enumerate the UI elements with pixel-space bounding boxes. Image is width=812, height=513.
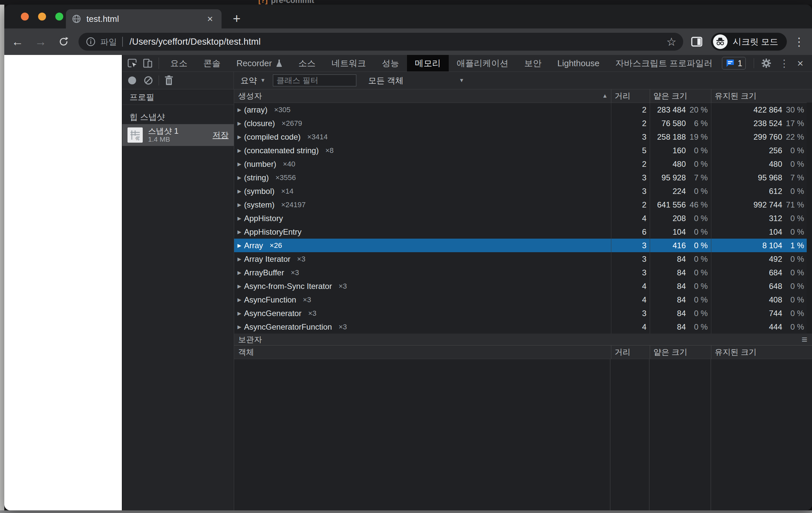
constructor-cell[interactable]: ▶Async-from-Sync Iterator×3 xyxy=(234,279,611,293)
expand-arrow-icon[interactable]: ▶ xyxy=(237,148,244,154)
constructor-row[interactable]: ▶AsyncGenerator×33840 %7440 % xyxy=(234,306,812,320)
devtools-tab-9[interactable]: Lighthouse xyxy=(549,55,607,71)
column-header-distance[interactable]: 거리 xyxy=(611,89,650,102)
devtools-tab-6[interactable]: 메모리 xyxy=(407,55,449,71)
expand-arrow-icon[interactable]: ▶ xyxy=(237,243,244,248)
constructor-cell[interactable]: ▶AppHistory xyxy=(234,211,611,225)
tab-close-icon[interactable]: × xyxy=(204,13,215,25)
constructor-row[interactable]: ▶(closure)×2679276 5806 %238 52417 % xyxy=(234,117,812,130)
constructor-row[interactable]: ▶AppHistory42080 %3120 % xyxy=(234,211,812,225)
expand-arrow-icon[interactable]: ▶ xyxy=(237,215,244,221)
constructor-cell[interactable]: ▶ArrayBuffer×3 xyxy=(234,266,611,279)
devtools-tab-1[interactable]: 콘솔 xyxy=(195,55,229,71)
constructor-row[interactable]: ▶(compiled code)×34143258 18819 %299 760… xyxy=(234,130,812,144)
constructor-cell[interactable]: ▶(string)×3556 xyxy=(234,171,611,184)
constructor-cell[interactable]: ▶(compiled code)×3414 xyxy=(234,130,611,144)
expand-arrow-icon[interactable]: ▶ xyxy=(237,310,244,316)
expand-arrow-icon[interactable]: ▶ xyxy=(237,202,244,208)
back-button[interactable]: ← xyxy=(11,36,24,48)
constructor-row[interactable]: ▶(array)×3052283 48420 %422 86430 % xyxy=(234,103,812,117)
expand-arrow-icon[interactable]: ▶ xyxy=(237,270,244,276)
settings-gear-icon[interactable] xyxy=(761,58,771,68)
info-icon[interactable] xyxy=(86,37,96,47)
constructor-row[interactable]: ▶(string)×3556395 9287 %95 9687 % xyxy=(234,171,812,184)
devtools-tab-10[interactable]: 자바스크립트 프로파일러 xyxy=(607,55,720,71)
class-filter-input[interactable] xyxy=(273,74,356,86)
grid-scrollbar[interactable] xyxy=(807,102,812,333)
column-header-shallow-size[interactable]: 얕은 크기 xyxy=(650,345,711,359)
devtools-tab-0[interactable]: 요소 xyxy=(162,55,195,71)
expand-arrow-icon[interactable]: ▶ xyxy=(237,324,244,330)
expand-arrow-icon[interactable]: ▶ xyxy=(237,229,244,235)
expand-arrow-icon[interactable]: ▶ xyxy=(237,107,244,113)
constructor-row[interactable]: ▶(system)×241972641 55646 %992 74471 % xyxy=(234,198,812,211)
constructor-row[interactable]: ▶AsyncFunction×34840 %4080 % xyxy=(234,293,812,306)
constructor-cell[interactable]: ▶(symbol)×14 xyxy=(234,184,611,198)
delete-profile-icon[interactable] xyxy=(164,75,174,86)
reload-button[interactable] xyxy=(58,36,69,47)
constructor-cell[interactable]: ▶AsyncGeneratorFunction×3 xyxy=(234,320,611,334)
column-header-object[interactable]: 객체 xyxy=(234,345,611,359)
constructor-row[interactable]: ▶(concatenated string)×851600 %2560 % xyxy=(234,144,812,157)
constructor-cell[interactable]: ▶(closure)×2679 xyxy=(234,117,611,130)
window-close-button[interactable] xyxy=(21,12,29,21)
constructor-cell[interactable]: ▶AppHistoryEntry xyxy=(234,225,611,239)
clear-profiles-icon[interactable] xyxy=(143,76,153,85)
constructor-cell[interactable]: ▶AsyncFunction×3 xyxy=(234,293,611,306)
side-panel-icon[interactable] xyxy=(691,37,702,47)
new-tab-button[interactable]: + xyxy=(233,10,240,27)
constructor-cell[interactable]: ▶Array Iterator×3 xyxy=(234,252,611,266)
url-text[interactable]: /Users/yceffort/Desktop/test.html xyxy=(129,37,666,47)
hamburger-menu-icon[interactable]: ≡ xyxy=(802,335,807,344)
devtools-close-icon[interactable]: × xyxy=(797,57,803,69)
issues-button[interactable]: 1 xyxy=(722,57,746,69)
expand-arrow-icon[interactable]: ▶ xyxy=(237,297,244,303)
devtools-tab-4[interactable]: 네트워크 xyxy=(323,55,374,71)
constructor-row[interactable]: ▶Array Iterator×33840 %4920 % xyxy=(234,252,812,266)
snapshot-save-link[interactable]: 저장 xyxy=(212,130,229,140)
constructor-row[interactable]: ▶AppHistoryEntry61040 %1040 % xyxy=(234,225,812,239)
inspect-element-icon[interactable] xyxy=(125,55,140,71)
constructor-cell[interactable]: ▶Array×26 xyxy=(234,239,611,252)
incognito-badge[interactable]: 시크릿 모드 xyxy=(711,33,787,51)
window-zoom-button[interactable] xyxy=(55,12,63,21)
constructor-row[interactable]: ▶AsyncGeneratorFunction×34840 %4440 % xyxy=(234,320,812,334)
devtools-tab-5[interactable]: 성능 xyxy=(374,55,407,71)
window-minimize-button[interactable] xyxy=(38,12,46,21)
expand-arrow-icon[interactable]: ▶ xyxy=(237,161,244,167)
perspective-select[interactable]: 요약 ▼ xyxy=(240,75,266,86)
column-header-distance[interactable]: 거리 xyxy=(611,345,650,359)
bookmark-star-icon[interactable]: ☆ xyxy=(666,35,676,48)
snapshot-item[interactable]: % 스냅샷 1 1.4 MB 저장 xyxy=(122,124,234,146)
column-header-constructor[interactable]: 생성자 ▲ xyxy=(234,89,611,102)
devtools-tab-2[interactable]: Recorder xyxy=(229,55,290,71)
expand-arrow-icon[interactable]: ▶ xyxy=(237,188,244,194)
forward-button[interactable]: → xyxy=(35,36,47,48)
constructor-row[interactable]: ▶Array×2634160 %8 1041 % xyxy=(234,239,812,252)
devtools-menu-icon[interactable]: ⋮ xyxy=(779,58,789,69)
constructor-row[interactable]: ▶(number)×4024800 %4800 % xyxy=(234,157,812,171)
device-toolbar-icon[interactable] xyxy=(140,55,155,71)
expand-arrow-icon[interactable]: ▶ xyxy=(237,134,244,140)
constructor-cell[interactable]: ▶AsyncGenerator×3 xyxy=(234,306,611,320)
column-header-retained-size[interactable]: 유지된 크기 xyxy=(711,345,812,359)
devtools-tab-3[interactable]: 소스 xyxy=(290,55,323,71)
take-snapshot-icon[interactable] xyxy=(128,77,136,84)
browser-menu-icon[interactable]: ⋮ xyxy=(793,36,805,47)
column-header-retained-size[interactable]: 유지된 크기 xyxy=(711,89,812,102)
column-header-shallow-size[interactable]: 얕은 크기 xyxy=(650,89,711,102)
constructor-row[interactable]: ▶ArrayBuffer×33840 %6840 % xyxy=(234,266,812,279)
expand-arrow-icon[interactable]: ▶ xyxy=(237,256,244,262)
constructor-cell[interactable]: ▶(concatenated string)×8 xyxy=(234,144,611,157)
constructor-row[interactable]: ▶(symbol)×1432240 %6120 % xyxy=(234,184,812,198)
devtools-tab-7[interactable]: 애플리케이션 xyxy=(449,55,516,71)
devtools-tab-8[interactable]: 보안 xyxy=(516,55,549,71)
constructor-row[interactable]: ▶Async-from-Sync Iterator×34840 %6480 % xyxy=(234,279,812,293)
constructor-cell[interactable]: ▶(number)×40 xyxy=(234,157,611,171)
constructor-cell[interactable]: ▶(system)×24197 xyxy=(234,198,611,211)
address-bar[interactable]: 파일 /Users/yceffort/Desktop/test.html ☆ xyxy=(79,33,683,51)
expand-arrow-icon[interactable]: ▶ xyxy=(237,175,244,181)
object-filter-select[interactable]: 모든 객체 ▼ xyxy=(368,75,464,86)
expand-arrow-icon[interactable]: ▶ xyxy=(237,120,244,126)
constructor-cell[interactable]: ▶(array)×305 xyxy=(234,103,611,117)
